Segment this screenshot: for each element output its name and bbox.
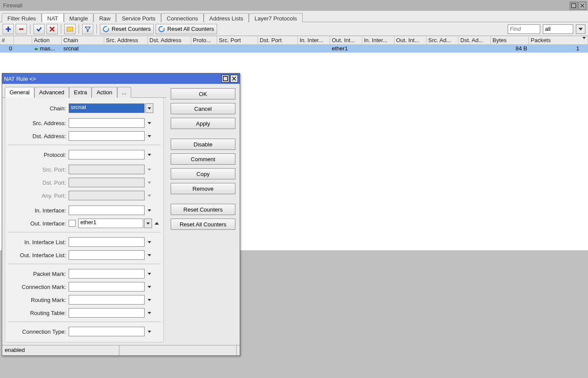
disable-button[interactable]	[46, 24, 58, 34]
dialog-maximize-icon[interactable]	[221, 75, 229, 83]
th-inl[interactable]: In. Inter...	[362, 36, 394, 44]
add-button[interactable]	[3, 24, 14, 34]
chevron-down-icon	[582, 37, 586, 39]
tab-raw[interactable]: Raw	[93, 13, 116, 22]
maximize-icon[interactable]	[570, 2, 578, 10]
th-action[interactable]: Action	[32, 36, 62, 44]
remove-button[interactable]	[16, 24, 27, 34]
th-dstport[interactable]: Dst. Port	[258, 36, 298, 44]
dtab-action[interactable]: Action	[92, 87, 117, 98]
expand-button[interactable]	[145, 150, 153, 159]
disable-button[interactable]: Disable	[171, 139, 235, 150]
th-inif[interactable]: In. Inter...	[298, 36, 330, 44]
dialog-titlebar[interactable]: NAT Rule <>	[2, 73, 240, 84]
th-outl[interactable]: Out. Int...	[394, 36, 426, 44]
filter-select[interactable]: all	[543, 24, 573, 34]
dialog-button-column: OK Cancel Apply Disable Comment Copy Rem…	[166, 84, 240, 345]
routing-mark-input[interactable]	[69, 295, 145, 305]
comment-button[interactable]	[64, 24, 76, 34]
th-srcport[interactable]: Src. Port	[217, 36, 258, 44]
dtab-general[interactable]: General	[5, 87, 34, 98]
tab-nat[interactable]: NAT	[42, 13, 64, 22]
out-interface-input[interactable]: ether1	[78, 219, 143, 228]
dtab-extra[interactable]: Extra	[69, 87, 92, 98]
chevron-down-icon	[148, 312, 151, 314]
reset-all-counters-button[interactable]: Reset All Counters	[171, 219, 235, 230]
expand-button[interactable]	[145, 206, 153, 215]
src-address-input[interactable]	[69, 118, 145, 128]
expand-button[interactable]	[145, 308, 153, 318]
dst-address-input[interactable]	[69, 131, 145, 141]
chain-dropdown[interactable]	[145, 103, 153, 113]
reset-counters-button[interactable]: Reset Counters	[100, 24, 154, 34]
th-packets[interactable]: Packets	[529, 36, 588, 44]
expand-button[interactable]	[145, 327, 153, 336]
tab-connections[interactable]: Connections	[161, 13, 204, 22]
cell-inl	[362, 45, 394, 53]
label-src-port: Src. Port:	[8, 166, 69, 173]
expand-button	[145, 191, 153, 200]
expand-button[interactable]	[145, 237, 153, 247]
th-num[interactable]: #	[0, 36, 14, 44]
expand-button[interactable]	[145, 131, 153, 141]
th-outif[interactable]: Out. Int...	[330, 36, 362, 44]
th-proto[interactable]: Proto...	[191, 36, 217, 44]
label-any-port: Any. Port:	[8, 192, 69, 199]
expand-button[interactable]	[145, 282, 153, 292]
th-srcal[interactable]: Src. Ad...	[426, 36, 459, 44]
enable-button[interactable]	[33, 24, 45, 34]
protocol-input[interactable]	[69, 150, 145, 159]
titlebar: Firewall	[0, 0, 588, 11]
filter-dropdown-button[interactable]	[576, 24, 585, 34]
table-row[interactable]: 0 mas... srcnat ether1 84 B 1	[0, 45, 588, 53]
in-interface-list-input[interactable]	[69, 237, 145, 247]
ok-button[interactable]: OK	[171, 88, 235, 99]
cell-flag	[14, 45, 32, 53]
comment-button[interactable]: Comment	[171, 153, 235, 165]
any-port-input	[69, 191, 145, 200]
out-interface-invert[interactable]	[69, 220, 76, 227]
th-srcaddr[interactable]: Src. Address	[104, 36, 148, 44]
cell-srcport	[217, 45, 258, 53]
th-dstal[interactable]: Dst. Ad...	[459, 36, 491, 44]
reset-counters-button[interactable]: Reset Counters	[171, 204, 235, 215]
out-interface-list-input[interactable]	[69, 250, 145, 260]
connection-type-input[interactable]	[69, 327, 145, 336]
remove-button[interactable]: Remove	[171, 183, 235, 194]
tab-layer7[interactable]: Layer7 Protocols	[249, 13, 303, 22]
expand-button[interactable]	[145, 269, 153, 279]
collapse-button[interactable]	[153, 219, 161, 228]
chain-input[interactable]: srcnat	[69, 103, 145, 113]
tab-filter-rules[interactable]: Filter Rules	[2, 13, 42, 22]
apply-button[interactable]: Apply	[171, 118, 235, 129]
copy-button[interactable]: Copy	[171, 168, 235, 179]
tab-mangle[interactable]: Mangle	[64, 13, 94, 22]
svg-rect-1	[67, 27, 73, 31]
packet-mark-input[interactable]	[69, 269, 145, 279]
in-interface-input[interactable]	[69, 206, 145, 215]
th-flag[interactable]	[14, 36, 32, 44]
filter-button[interactable]	[82, 24, 93, 34]
out-interface-dropdown[interactable]	[144, 219, 152, 228]
cancel-button[interactable]: Cancel	[171, 103, 235, 114]
routing-table-input[interactable]	[69, 308, 145, 318]
label-protocol: Protocol:	[8, 152, 69, 158]
th-chain[interactable]: Chain	[62, 36, 104, 44]
dtab-more[interactable]: ...	[117, 87, 132, 98]
window-controls	[570, 2, 586, 10]
dialog-close-icon[interactable]	[230, 75, 238, 83]
connection-mark-input[interactable]	[69, 282, 145, 292]
tab-address-lists[interactable]: Address Lists	[204, 13, 249, 22]
expand-button[interactable]	[145, 295, 153, 305]
expand-button[interactable]	[145, 118, 153, 128]
find-input[interactable]	[508, 24, 540, 34]
close-icon[interactable]	[578, 2, 586, 10]
reset-all-counters-button[interactable]: Reset All Counters	[155, 24, 217, 34]
divider	[8, 264, 161, 264]
expand-button[interactable]	[145, 250, 153, 260]
tab-service-ports[interactable]: Service Ports	[116, 13, 161, 22]
dtab-advanced[interactable]: Advanced	[34, 87, 69, 98]
th-dstaddr[interactable]: Dst. Address	[148, 36, 191, 44]
th-bytes[interactable]: Bytes	[491, 36, 529, 44]
divider	[8, 145, 161, 145]
